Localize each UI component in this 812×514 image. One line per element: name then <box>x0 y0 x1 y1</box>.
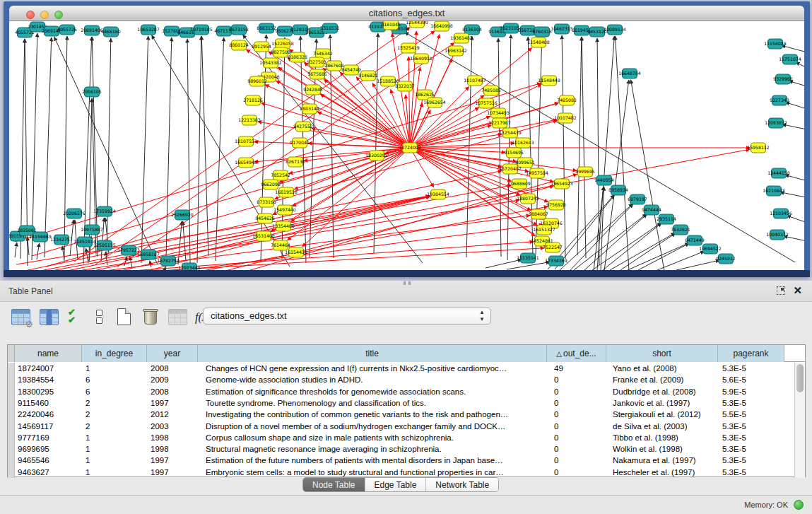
cell-in_degree[interactable]: 2 <box>86 409 146 420</box>
cell-pagerank[interactable]: 5.6E-5 <box>722 374 784 385</box>
graph-node[interactable]: 19361483 <box>450 33 473 43</box>
cell-pagerank[interactable]: 5.3E-5 <box>722 363 784 374</box>
cell-year[interactable]: 1998 <box>151 432 197 443</box>
unselect-all-button[interactable] <box>96 310 102 325</box>
graph-node[interactable]: 2935114 <box>657 214 676 224</box>
graph-node[interactable]: 8186328 <box>288 52 307 62</box>
float-panel-icon[interactable] <box>777 286 785 295</box>
cell-short[interactable]: de Silva et al. (2003) <box>613 421 720 432</box>
graph-node[interactable]: 18300295 <box>365 151 388 160</box>
graph-node[interactable]: 18807243 <box>517 194 539 204</box>
cell-title[interactable]: Estimation of significance thresholds fo… <box>206 386 551 397</box>
cell-name[interactable]: 19384554 <box>18 374 81 385</box>
graph-node[interactable]: 16640998 <box>430 21 453 31</box>
cell-in_degree[interactable]: 2 <box>86 397 146 409</box>
close-panel-icon[interactable]: ✕ <box>793 284 802 297</box>
cell-name[interactable]: 22420046 <box>18 409 81 420</box>
cell-out_de...[interactable]: 0 <box>554 386 609 397</box>
graph-node[interactable]: 18107553 <box>235 136 257 146</box>
graph-node[interactable]: 5316531 <box>320 23 340 33</box>
citation-graph[interactable]: 4055721130145620691404055726206914066466… <box>9 21 804 272</box>
graph-node[interactable]: 9756928 <box>546 200 566 210</box>
graph-node[interactable]: 15751074 <box>779 54 801 64</box>
cell-out_de...[interactable]: 0 <box>554 409 609 420</box>
cell-title[interactable]: Investigating the contribution of common… <box>206 409 551 420</box>
cell-short[interactable]: Dudbridge et al. (2008) <box>613 386 720 397</box>
cell-in_degree[interactable]: 1 <box>86 432 146 443</box>
graph-node[interactable]: 17334269 <box>545 256 567 266</box>
graph-node[interactable]: 11548408 <box>527 37 550 47</box>
cell-in_degree[interactable]: 6 <box>86 374 146 385</box>
graph-node[interactable]: 6471449 <box>685 235 705 245</box>
cell-title[interactable]: Embryonic stem cells: a model to study s… <box>206 467 551 478</box>
cell-title[interactable]: Disruption of a novel member of a sodium… <box>206 421 551 432</box>
graph-node[interactable]: 10107487 <box>464 76 486 86</box>
table-row[interactable]: 969969511998Structural magnetic resonanc… <box>8 443 785 455</box>
graph-node[interactable]: 9242845 <box>303 85 323 95</box>
graph-node[interactable]: 7852542 <box>271 170 290 180</box>
graph-node[interactable]: 9146821 <box>358 71 378 81</box>
cell-out_de...[interactable]: 0 <box>554 467 609 478</box>
cell-pagerank[interactable]: 5.3E-5 <box>722 455 784 466</box>
cell-title[interactable]: Corpus callosum shape and size in male p… <box>206 432 551 443</box>
select-columns-button[interactable] <box>40 309 59 325</box>
column-header-short[interactable]: short <box>606 345 718 362</box>
cell-name[interactable]: 18724007 <box>18 363 81 374</box>
network-view-canvas[interactable]: 4055721130145620691404055726206914066466… <box>9 21 804 272</box>
cell-year[interactable]: 2003 <box>151 421 197 432</box>
graph-node[interactable]: 2803144 <box>300 104 319 114</box>
graph-node[interactable]: 2056105 <box>82 87 102 97</box>
graph-node[interactable]: 4055726 <box>57 25 77 35</box>
cell-in_degree[interactable]: 1 <box>86 467 146 478</box>
graph-node[interactable]: 19384554 <box>427 189 449 199</box>
graph-node[interactable]: 9896012 <box>247 76 267 86</box>
graph-node[interactable]: 8999695 <box>575 167 595 177</box>
graph-node[interactable]: 10462315 <box>551 24 573 34</box>
graph-node[interactable]: 9245012 <box>716 254 736 264</box>
table-row[interactable]: 1830029562008Estimation of significance … <box>8 386 785 397</box>
table-row[interactable]: 1456911722003Disruption of a novel membe… <box>8 421 785 432</box>
table-row[interactable]: 977716911998Corpus callosum shape and si… <box>8 432 785 443</box>
graph-node[interactable]: 8673158 <box>229 25 249 35</box>
cell-pagerank[interactable]: 5.3E-5 <box>722 443 784 455</box>
graph-node[interactable]: 15135141 <box>517 253 539 263</box>
scrollbar-thumb[interactable] <box>796 364 804 392</box>
graph-node[interactable]: 20206576 <box>63 209 86 218</box>
graph-node[interactable]: 10107482 <box>554 113 577 123</box>
cell-title[interactable]: Changes of HCN gene expression and I(f) … <box>206 363 551 374</box>
cell-pagerank[interactable]: 5.3E-5 <box>722 467 784 478</box>
network-window[interactable]: citations_edges.txt 40557211301456206914… <box>4 1 810 277</box>
tab-network-table[interactable]: Network Table <box>426 478 498 491</box>
node-table[interactable]: namein_degreeyeartitle△out_de...shortpag… <box>7 344 806 477</box>
graph-node[interactable]: 8733160 <box>257 197 276 207</box>
cell-year[interactable]: 1997 <box>151 397 197 409</box>
graph-node[interactable]: 6466160 <box>101 27 121 37</box>
graph-node[interactable]: 12213383 <box>238 115 261 125</box>
cell-short[interactable]: Wolkin et al. (1998) <box>613 443 720 455</box>
graph-node[interactable]: 9227343 <box>770 95 789 105</box>
graph-node[interactable]: 12342757 <box>50 235 73 245</box>
table-row[interactable]: 946362711997Embryonic stem cells: a mode… <box>8 467 785 478</box>
cell-out_de...[interactable]: 0 <box>554 455 609 466</box>
cell-out_de...[interactable]: 0 <box>554 397 609 409</box>
graph-node[interactable]: 9884067 <box>529 209 548 219</box>
graph-node[interactable]: 8912954 <box>252 42 271 52</box>
graph-node[interactable]: 10734493 <box>487 108 510 118</box>
cell-short[interactable]: Nakamura et al. (1997) <box>613 455 720 466</box>
column-header-in_degree[interactable]: in_degree <box>82 345 147 362</box>
table-row[interactable]: 911546021997Tourette syndrome. Phenomeno… <box>8 397 785 409</box>
graph-node[interactable]: 8860124 <box>229 40 249 50</box>
graph-node[interactable]: 18640910 <box>410 54 433 64</box>
cell-name[interactable]: 9115460 <box>18 397 81 409</box>
table-row[interactable]: 946554611997Estimation of the future num… <box>8 455 785 466</box>
graph-node[interactable]: 10089134 <box>604 25 626 35</box>
table-scrollbar[interactable] <box>794 363 805 478</box>
graph-node[interactable]: 16154430 <box>285 247 307 257</box>
cell-year[interactable]: 2012 <box>151 409 197 420</box>
graph-node[interactable]: 16782759 <box>157 256 180 266</box>
cell-out_de...[interactable]: 0 <box>554 374 609 385</box>
cell-title[interactable]: Genome-wide association studies in ADHD. <box>206 374 551 385</box>
table-settings-button[interactable]: ⚙ <box>11 309 30 325</box>
cell-out_de...[interactable]: 49 <box>554 363 609 374</box>
graph-node[interactable]: 10975887 <box>81 225 103 235</box>
